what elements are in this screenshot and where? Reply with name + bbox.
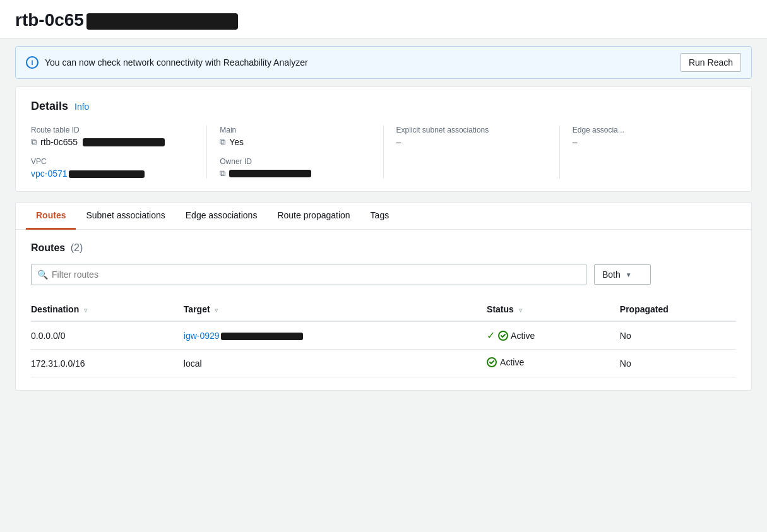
owner-id-value: ⧉ — [220, 168, 370, 179]
explicit-subnet-item: Explicit subnet associations – — [396, 126, 547, 147]
owner-id-label: Owner ID — [220, 157, 370, 166]
rtb-prefix: rtb-0c655 — [40, 137, 78, 147]
info-icon: i — [26, 56, 39, 69]
status-icon-1: ✓ — [487, 329, 495, 341]
details-col-3: Explicit subnet associations – — [384, 126, 560, 179]
sort-icon-destination[interactable]: ▿ — [84, 307, 87, 314]
route-table-id-item: Route table ID ⧉ rtb-0c655 — [31, 126, 194, 147]
col-destination: Destination ▿ — [31, 298, 184, 321]
destination-cell-1: 0.0.0.0/0 — [31, 321, 184, 350]
page-header: rtb-0c65 — [0, 0, 767, 38]
owner-redacted — [229, 170, 311, 177]
status-cell-2: Active — [487, 350, 620, 377]
details-title: Details — [31, 100, 68, 113]
edge-assoc-label: Edge associa... — [573, 126, 736, 134]
tabs-row: Routes Subnet associations Edge associat… — [16, 203, 751, 230]
routes-count: (2) — [71, 242, 83, 253]
tab-routes[interactable]: Routes — [26, 203, 76, 230]
tab-edge-associations[interactable]: Edge associations — [175, 203, 268, 230]
vpc-label: VPC — [31, 157, 194, 166]
main-label: Main — [220, 126, 370, 134]
tab-subnet-associations[interactable]: Subnet associations — [76, 203, 175, 230]
tab-tags[interactable]: Tags — [360, 203, 400, 230]
search-container: 🔍 — [31, 264, 586, 285]
col-target: Target ▿ — [184, 298, 487, 321]
info-banner: i You can now check network connectivity… — [15, 46, 752, 79]
routes-section: Routes (2) 🔍 Both ▼ Destination ▿ Target… — [15, 230, 752, 391]
target-redacted-1 — [221, 333, 303, 340]
details-col-1: Route table ID ⧉ rtb-0c655 VPC vpc-0571 — [31, 126, 207, 179]
run-reachability-button[interactable]: Run Reach — [681, 53, 741, 72]
target-link-1[interactable]: igw-0929 — [184, 331, 303, 341]
routes-header: Routes (2) — [31, 242, 736, 254]
edge-assoc-value: – — [573, 137, 736, 147]
banner-content: i You can now check network connectivity… — [26, 56, 308, 69]
status-badge-2: Active — [487, 357, 524, 367]
banner-text: You can now check network connectivity w… — [45, 57, 308, 68]
main-item: Main ⧉ Yes — [220, 126, 370, 147]
status-cell-1: ✓ Active — [487, 321, 620, 350]
tab-route-propagation[interactable]: Route propagation — [267, 203, 360, 230]
destination-cell-2: 172.31.0.0/16 — [31, 350, 184, 377]
owner-id-item: Owner ID ⧉ — [220, 157, 370, 179]
sort-icon-status[interactable]: ▿ — [519, 307, 522, 314]
propagated-cell-2: No — [620, 350, 736, 377]
rtb-redacted — [83, 138, 165, 146]
copy-icon-owner[interactable]: ⧉ — [220, 168, 225, 179]
tabs-container: Routes Subnet associations Edge associat… — [15, 202, 752, 230]
sort-icon-target[interactable]: ▿ — [215, 307, 218, 314]
route-table-id-value: ⧉ rtb-0c655 — [31, 137, 194, 147]
main-value: ⧉ Yes — [220, 137, 370, 147]
explicit-subnet-label: Explicit subnet associations — [396, 126, 547, 134]
active-status-circle-1: Active — [498, 331, 535, 341]
title-redacted-block — [86, 13, 238, 30]
vpc-value: vpc-0571 — [31, 168, 194, 179]
route-table-id-label: Route table ID — [31, 126, 194, 134]
propagated-cell-1: No — [620, 321, 736, 350]
col-status: Status ▿ — [487, 298, 620, 321]
vpc-redacted — [69, 170, 145, 178]
details-col-4: Edge associa... – — [560, 126, 736, 179]
edge-assoc-item: Edge associa... – — [573, 126, 736, 147]
dropdown-label: Both — [602, 269, 621, 280]
details-header: Details Info — [31, 100, 736, 113]
details-col-2: Main ⧉ Yes Owner ID ⧉ — [207, 126, 383, 179]
copy-icon-rtb[interactable]: ⧉ — [31, 137, 37, 147]
vpc-item: VPC vpc-0571 — [31, 157, 194, 179]
details-section: Details Info Route table ID ⧉ rtb-0c655 … — [15, 86, 752, 192]
details-grid: Route table ID ⧉ rtb-0c655 VPC vpc-0571 … — [31, 126, 736, 179]
search-icon: 🔍 — [37, 269, 48, 280]
status-badge-1: ✓ Active — [487, 329, 535, 341]
table-row: 0.0.0.0/0 igw-0929 ✓ Active — [31, 321, 736, 350]
copy-icon-main[interactable]: ⧉ — [220, 137, 225, 147]
vpc-link[interactable]: vpc-0571 — [31, 168, 145, 179]
target-cell-2: local — [184, 350, 487, 377]
filter-dropdown-button[interactable]: Both ▼ — [594, 264, 651, 285]
info-link[interactable]: Info — [74, 102, 89, 112]
routes-table: Destination ▿ Target ▿ Status ▿ Propagat… — [31, 298, 736, 377]
filter-bar: 🔍 Both ▼ — [31, 264, 736, 285]
page-title: rtb-0c65 — [15, 10, 752, 30]
explicit-subnet-value: – — [396, 137, 547, 147]
search-input[interactable] — [31, 264, 586, 285]
dropdown-arrow-icon: ▼ — [626, 271, 632, 278]
table-row: 172.31.0.0/16 local Active No — [31, 350, 736, 377]
target-cell-1: igw-0929 — [184, 321, 487, 350]
col-propagated: Propagated — [620, 298, 736, 321]
